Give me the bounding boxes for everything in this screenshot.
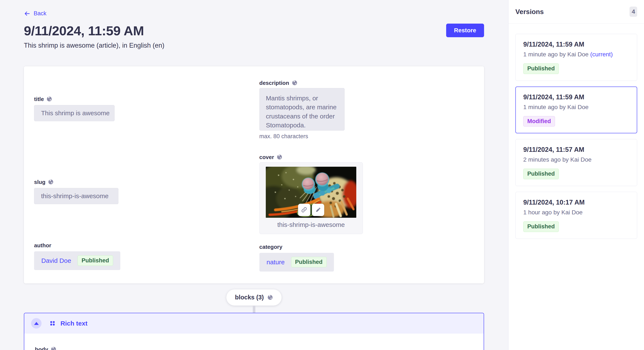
title-label: title	[34, 95, 44, 103]
category-field: category nature Published	[260, 243, 473, 272]
grid-icon	[50, 321, 55, 326]
copy-link-button[interactable]	[298, 204, 310, 216]
description-label-row: description	[260, 79, 473, 87]
rich-text-block: Rich text body	[24, 313, 484, 350]
rich-text-body: body	[24, 334, 484, 350]
author-label-row: author	[34, 242, 248, 249]
description-label: description	[260, 79, 289, 87]
collapse-toggle-button[interactable]	[31, 318, 42, 329]
link-icon	[301, 206, 308, 213]
triangle-up-icon	[34, 322, 39, 325]
version-status-badge: Published	[523, 169, 559, 179]
version-meta: 1 minute ago by Kai Doe	[523, 104, 629, 111]
category-label-row: category	[260, 243, 473, 251]
slug-label-row: slug	[34, 178, 248, 186]
edit-asset-button[interactable]	[312, 204, 324, 216]
blocks-label: blocks (3)	[235, 294, 264, 301]
main-content: Back 9/11/2024, 11:59 AM Restore This sh…	[0, 0, 508, 350]
earth-icon	[292, 80, 298, 86]
blocks-pill: blocks (3)	[226, 289, 281, 306]
version-meta: 1 minute ago by Kai Doe (current)	[523, 51, 629, 58]
version-card[interactable]: 9/11/2024, 11:59 AM 1 minute ago by Kai …	[515, 87, 637, 134]
author-field: author David Doe Published	[34, 242, 248, 270]
cover-label: cover	[260, 153, 274, 161]
cover-asset-card: this-shrimp-is-awesome	[260, 162, 363, 234]
current-version-link[interactable]: (current)	[590, 51, 613, 58]
version-date: 9/11/2024, 11:59 AM	[523, 41, 629, 48]
title-input[interactable]: This shrimp is awesome	[34, 105, 114, 121]
versions-sidebar: Versions 4 9/11/2024, 11:59 AM 1 minute …	[508, 0, 644, 350]
page: Back 9/11/2024, 11:59 AM Restore This sh…	[0, 0, 644, 350]
version-status-badge: Modified	[523, 116, 555, 127]
earth-icon	[51, 347, 56, 350]
author-relation: David Doe Published	[34, 251, 120, 270]
category-relation: nature Published	[260, 253, 334, 272]
version-card[interactable]: 9/11/2024, 10:17 AM 1 hour ago by Kai Do…	[515, 192, 637, 239]
version-date: 9/11/2024, 11:59 AM	[523, 93, 629, 101]
versions-count-badge: 4	[630, 6, 637, 17]
earth-icon	[46, 96, 52, 102]
category-label: category	[260, 243, 282, 251]
category-status-badge: Published	[291, 257, 327, 268]
version-status-badge: Published	[523, 63, 559, 74]
version-list: 9/11/2024, 11:59 AM 1 minute ago by Kai …	[508, 24, 644, 249]
category-link[interactable]: nature	[267, 259, 285, 266]
cover-caption: this-shrimp-is-awesome	[260, 221, 363, 228]
versions-title: Versions	[515, 8, 544, 16]
version-card[interactable]: 9/11/2024, 11:59 AM 1 minute ago by Kai …	[515, 34, 637, 81]
earth-icon	[267, 295, 273, 300]
entry-fields-card: title This shrimp is awesome slug this-s…	[24, 66, 484, 283]
earth-icon	[48, 179, 54, 185]
page-subtitle: This shrimp is awesome (article), in Eng…	[24, 42, 484, 49]
back-label: Back	[34, 10, 46, 17]
author-label: author	[34, 242, 51, 249]
version-date: 9/11/2024, 10:17 AM	[523, 199, 629, 206]
version-status-badge: Published	[523, 221, 559, 232]
cover-media	[266, 167, 356, 218]
rich-text-title: Rich text	[60, 320, 88, 327]
title-label-row: title	[34, 95, 248, 103]
right-column: description Mantis shrimps, or stomatopo…	[260, 77, 473, 272]
earth-icon	[277, 154, 282, 160]
rich-text-accordion-header[interactable]: Rich text	[24, 313, 484, 334]
cover-field: cover	[260, 153, 473, 234]
versions-header: Versions 4	[508, 0, 644, 24]
body-label-row: body	[35, 346, 484, 350]
back-link[interactable]: Back	[24, 10, 46, 17]
body-label: body	[35, 346, 48, 350]
pencil-icon	[315, 206, 321, 213]
description-textarea[interactable]: Mantis shrimps, or stomatopods, are mari…	[260, 88, 344, 131]
left-column: title This shrimp is awesome slug this-s…	[34, 77, 248, 272]
version-meta: 1 hour ago by Kai Doe	[523, 209, 629, 216]
cover-label-row: cover	[260, 153, 473, 161]
title-field: title This shrimp is awesome	[34, 95, 248, 121]
author-link[interactable]: David Doe	[41, 257, 71, 264]
version-date: 9/11/2024, 11:57 AM	[523, 146, 629, 154]
description-hint: max. 80 characters	[260, 133, 473, 140]
version-card[interactable]: 9/11/2024, 11:57 AM 2 minutes ago by Kai…	[515, 139, 637, 186]
version-meta: 2 minutes ago by Kai Doe	[523, 156, 629, 163]
cover-actions	[298, 204, 324, 216]
blocks-zone: blocks (3)	[24, 289, 484, 313]
arrow-left-icon	[24, 10, 30, 17]
slug-label: slug	[34, 178, 45, 186]
description-field: description Mantis shrimps, or stomatopo…	[260, 79, 473, 140]
header-row: 9/11/2024, 11:59 AM Restore	[24, 23, 484, 38]
restore-button[interactable]: Restore	[446, 24, 484, 37]
slug-field: slug this-shrimp-is-awesome	[34, 178, 248, 204]
page-title: 9/11/2024, 11:59 AM	[24, 23, 144, 38]
author-status-badge: Published	[78, 255, 113, 266]
block-connector	[253, 306, 255, 313]
slug-input[interactable]: this-shrimp-is-awesome	[34, 188, 118, 204]
